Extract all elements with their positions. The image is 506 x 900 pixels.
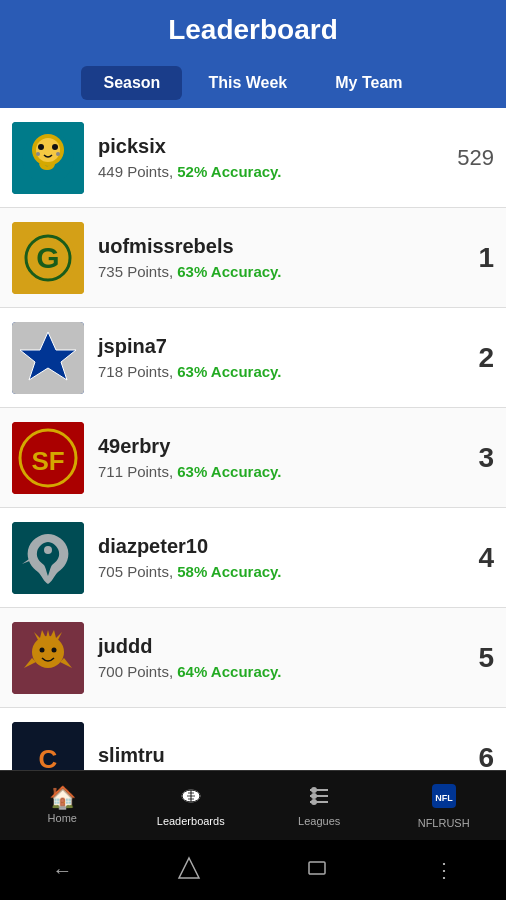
svg-point-4 [36,138,60,162]
username: 49erbry [98,435,458,458]
points: 718 Points, [98,363,173,380]
back-button[interactable]: ← [52,859,72,882]
leagues-icon [307,784,331,812]
stats: 700 Points, 64% Accuracy. [98,663,458,680]
list-item[interactable]: jspina7 718 Points, 63% Accuracy. 2 [0,308,506,408]
points: 735 Points, [98,263,173,280]
row-info: picksix 449 Points, 52% Accuracy. [84,135,444,180]
page-title: Leaderboard [0,14,506,58]
rank: 5 [458,642,494,674]
svg-point-36 [312,794,316,798]
more-button[interactable]: ⋮ [434,858,454,882]
svg-point-6 [52,144,58,150]
points: 449 Points, [98,163,173,180]
svg-point-22 [40,647,45,652]
leaderboard-list: J picksix 449 Points, 52% Accuracy. 529 [0,108,506,818]
row-info: slimtru [84,744,458,772]
home-icon: 🏠 [49,787,76,809]
system-nav: ← ⋮ [0,840,506,900]
list-item[interactable]: juddd 700 Points, 64% Accuracy. 5 [0,608,506,708]
nav-item-nflrush[interactable]: NFL NFLRUSH [414,782,474,829]
stats: 705 Points, 58% Accuracy. [98,563,458,580]
username: slimtru [98,744,458,767]
svg-text:G: G [36,241,59,274]
rank: 529 [444,145,494,171]
svg-point-5 [38,144,44,150]
accuracy: 63% Accuracy. [177,363,281,380]
accuracy: 63% Accuracy. [177,263,281,280]
svg-text:C: C [39,744,58,774]
leaderboards-icon [179,784,203,812]
rank: 1 [458,242,494,274]
tab-season[interactable]: Season [81,66,182,100]
stats: 735 Points, 63% Accuracy. [98,263,458,280]
rank: 3 [458,442,494,474]
svg-point-21 [32,636,64,668]
svg-marker-40 [179,858,199,878]
row-info: jspina7 718 Points, 63% Accuracy. [84,335,458,380]
list-item[interactable]: G uofmissrebels 735 Points, 63% Accuracy… [0,208,506,308]
svg-point-7 [36,152,40,156]
username: diazpeter10 [98,535,458,558]
team-logo-cowboys [12,322,84,394]
nav-label-leaderboards: Leaderboards [157,815,225,827]
points: 705 Points, [98,563,173,580]
svg-point-19 [44,546,52,554]
row-info: 49erbry 711 Points, 63% Accuracy. [84,435,458,480]
header: Leaderboard Season This Week My Team [0,0,506,108]
svg-point-23 [52,647,57,652]
row-info: diazpeter10 705 Points, 58% Accuracy. [84,535,458,580]
team-logo-jaguars: J [12,122,84,194]
accuracy: 58% Accuracy. [177,563,281,580]
list-item[interactable]: J picksix 449 Points, 52% Accuracy. 529 [0,108,506,208]
stats: 718 Points, 63% Accuracy. [98,363,458,380]
nav-label-home: Home [48,812,77,824]
svg-text:NFL: NFL [435,793,453,803]
list-item[interactable]: SF 49erbry 711 Points, 63% Accuracy. 3 [0,408,506,508]
username: picksix [98,135,444,158]
recents-button[interactable] [305,856,329,885]
row-info: juddd 700 Points, 64% Accuracy. [84,635,458,680]
bottom-nav: 🏠 Home Leaderboards [0,770,506,840]
stats: 449 Points, 52% Accuracy. [98,163,444,180]
nav-item-leagues[interactable]: Leagues [289,784,349,827]
team-logo-packers: G [12,222,84,294]
points: 711 Points, [98,463,173,480]
svg-point-8 [56,152,60,156]
row-info: uofmissrebels 735 Points, 63% Accuracy. [84,235,458,280]
tab-bar: Season This Week My Team [0,58,506,108]
points: 700 Points, [98,663,173,680]
rank: 6 [458,742,494,774]
stats: 711 Points, 63% Accuracy. [98,463,458,480]
nflrush-icon: NFL [430,782,458,814]
svg-rect-41 [309,862,325,874]
nav-item-leaderboards[interactable]: Leaderboards [157,784,225,827]
svg-point-35 [312,788,316,792]
home-button[interactable] [177,856,201,885]
rank: 4 [458,542,494,574]
team-logo-eagles [12,522,84,594]
list-item[interactable]: diazpeter10 705 Points, 58% Accuracy. 4 [0,508,506,608]
team-logo-49ers: SF [12,422,84,494]
accuracy: 64% Accuracy. [177,663,281,680]
username: juddd [98,635,458,658]
username: uofmissrebels [98,235,458,258]
username: jspina7 [98,335,458,358]
nav-label-nflrush: NFLRUSH [418,817,470,829]
team-logo-redskins [12,622,84,694]
svg-point-37 [312,800,316,804]
rank: 2 [458,342,494,374]
tab-my-team[interactable]: My Team [313,66,424,100]
accuracy: 52% Accuracy. [177,163,281,180]
svg-text:SF: SF [31,446,64,476]
tab-this-week[interactable]: This Week [186,66,309,100]
accuracy: 63% Accuracy. [177,463,281,480]
nav-item-home[interactable]: 🏠 Home [32,787,92,824]
nav-label-leagues: Leagues [298,815,340,827]
